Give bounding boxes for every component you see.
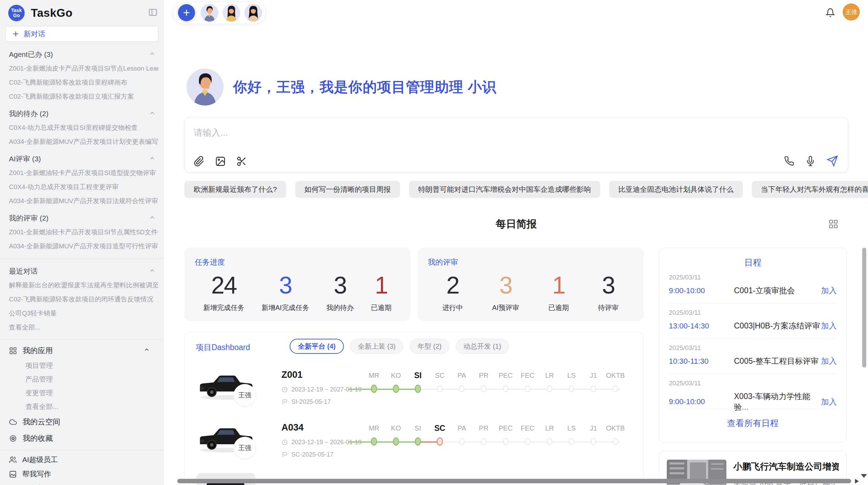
stat-label: 已逾期 — [548, 303, 569, 312]
app-item-project-mgmt[interactable]: 项目管理 — [5, 361, 158, 370]
milestone-label: KO — [391, 423, 401, 433]
sidebar-item[interactable]: A034-全新新能源MUV产品开发项目计划变更表编写 — [5, 137, 158, 146]
join-link[interactable]: 加入 — [821, 321, 837, 331]
user-avatar[interactable]: 王强 — [843, 3, 860, 21]
suggestion-chip[interactable]: 欧洲新规最近颁布了什么? — [184, 181, 286, 198]
sidebar-item[interactable]: A034-全新新能源MUV产品开发项目造型可行性评审 — [5, 242, 158, 251]
image-note-icon — [9, 470, 17, 478]
sidebar-item[interactable]: C02-飞腾新能源轻客改款项目里程碑画布 — [5, 78, 158, 87]
sidebar-item[interactable]: C0X4-动力总成开发项目工程变更评审 — [5, 183, 158, 191]
milestone-dot-pending — [481, 438, 486, 445]
join-link[interactable]: 加入 — [821, 356, 837, 366]
star-badge-icon — [9, 434, 17, 443]
suggestion-chip[interactable]: 如何写一份清晰的项目周报 — [295, 181, 400, 198]
milestone-dot-pending — [459, 385, 465, 392]
recent-chat-item[interactable]: 解释最新出台的欧盟报废车法规再生塑料比例被调至15%... — [5, 281, 158, 290]
event-time: 10:30-11:30 — [669, 357, 734, 366]
stat-value: 3 — [492, 271, 519, 300]
sidebar-item-favorites[interactable]: 我的收藏 — [5, 433, 158, 444]
milestone-label: LS — [567, 423, 576, 433]
notification-bell-icon[interactable] — [825, 8, 835, 19]
filter-new-body[interactable]: 全新上装 (3) — [350, 339, 403, 354]
join-link[interactable]: 加入 — [821, 397, 837, 407]
milestone-dot-pending — [591, 385, 596, 392]
horizontal-scrollbar[interactable] — [177, 479, 851, 483]
view-all-schedule-link[interactable]: 查看所有日程 — [659, 418, 846, 429]
event-date: 2025/03/11 — [669, 309, 837, 316]
project-row-z001[interactable]: 王强 Z001 2023-12-19 ~ 2027-01-19 SI-2025-… — [185, 365, 643, 417]
paperclip-icon[interactable] — [194, 156, 205, 167]
section-header-agent-done[interactable]: Agent已办 (3) — [5, 50, 158, 59]
logo-line2: Go — [13, 13, 20, 18]
apps-view-all[interactable]: 查看全部... — [5, 402, 158, 411]
sidebar-item[interactable]: C0X4-动力总成开发项目SI里程碑提交物检查 — [5, 123, 158, 132]
milestone-dot-pending — [547, 438, 552, 445]
agent-avatar-2[interactable] — [222, 4, 240, 22]
milestone-dot-pending — [525, 385, 530, 392]
sidebar-item[interactable]: Z001-全新燃油轻卡产品开发项目SI节点属性5D文件评审 — [5, 228, 158, 237]
event-date: 2025/03/11 — [669, 380, 837, 387]
milestone-dot-pending — [547, 385, 552, 392]
new-session-button[interactable] — [178, 4, 195, 21]
sidebar-item-creative-draw[interactable]: 创意制图 — [5, 483, 158, 485]
milestone-dot-done — [393, 385, 399, 393]
section-header-ai-review[interactable]: AI评审 (3) — [5, 154, 158, 163]
filter-year-model[interactable]: 年型 (2) — [410, 339, 449, 354]
new-chat-button[interactable]: 新对话 — [5, 26, 158, 42]
grid-icon — [9, 347, 17, 355]
stat-label: 进行中 — [443, 303, 463, 312]
scroll-down-arrow[interactable] — [861, 474, 867, 478]
scissors-icon[interactable] — [236, 156, 247, 167]
join-link[interactable]: 加入 — [821, 285, 837, 296]
sidebar-item-my-apps[interactable]: 我的应用 — [5, 345, 158, 356]
sidebar-item-cloud-space[interactable]: 我的云空间 — [5, 416, 158, 427]
milestone-label: KO — [391, 370, 401, 381]
clock-icon — [281, 439, 288, 446]
recent-chat-item[interactable]: C02-飞腾新能源轻客改款项目的闭环通告反馈情况 — [5, 295, 158, 304]
image-icon[interactable] — [215, 156, 226, 167]
phone-icon[interactable] — [784, 156, 794, 166]
section-header-my-review[interactable]: 我的评审 (2) — [5, 214, 158, 223]
stat-label: 待评审 — [598, 303, 618, 312]
send-icon[interactable] — [827, 155, 838, 167]
sidebar-item-help-write[interactable]: 帮我写作 — [5, 469, 158, 479]
microphone-icon[interactable] — [805, 156, 816, 166]
new-session-ring — [177, 3, 196, 23]
greeting-text: 你好，王强，我是你的项目管理助理 小识 — [233, 78, 496, 97]
section-header-my-todo[interactable]: 我的待办 (2) — [5, 109, 158, 118]
milestone-dot-pending — [481, 385, 486, 392]
sidebar-item[interactable]: A034-全新新能源MUV产品开发项目法规符合性评审 — [5, 197, 158, 206]
input-attachment-tools — [194, 156, 247, 167]
stat-value: 2 — [443, 271, 463, 300]
recent-view-all[interactable]: 查看全部... — [5, 323, 158, 332]
suggestion-chip[interactable]: 特朗普可能对进口汽车增税会对中国车企造成哪些影响 — [409, 181, 600, 198]
sidebar-collapse-icon[interactable] — [148, 8, 158, 18]
sidebar-item[interactable]: C02-飞腾新能源轻客改款项目立项汇报方案 — [5, 92, 158, 101]
sidebar-item[interactable]: Z001-全新燃油轻卡产品开发项目SI造型提交物评审 — [5, 169, 158, 177]
chat-input[interactable] — [194, 125, 708, 140]
divider — [0, 339, 164, 340]
milestone-label: FEC — [521, 423, 534, 433]
agent-avatar-3[interactable] — [244, 4, 262, 22]
scroll-right-arrow[interactable] — [855, 479, 859, 484]
layout-grid-icon[interactable] — [828, 219, 839, 231]
suggestion-chip[interactable]: 比亚迪全固态电池计划具体说了什么 — [609, 181, 743, 198]
project-row-a034[interactable]: 王强 A034 2023-12-19 ~ 2026-01-19 SC-2025-… — [185, 418, 643, 470]
section-header-recent-chats[interactable]: 最近对话 — [5, 267, 158, 276]
milestone-label: PA — [457, 423, 466, 433]
sidebar-item[interactable]: Z001-全新燃油皮卡产品开发项目SI节点Lesson Learn报告 — [5, 64, 158, 73]
filter-powertrain[interactable]: 动总开发 (1) — [456, 339, 509, 354]
sidebar-item-ai-staff[interactable]: AI超级员工 — [5, 455, 158, 465]
divider — [0, 450, 164, 450]
section-title: 我的待办 (2) — [9, 109, 49, 119]
stat-value: 1 — [548, 271, 569, 300]
suggestion-chip[interactable]: 当下年轻人对汽车外观有怎样的喜好趋势 — [752, 181, 868, 198]
agent-avatar-1[interactable] — [201, 4, 218, 22]
filter-new-platform[interactable]: 全新平台 (4) — [290, 339, 344, 354]
vertical-scrollbar[interactable] — [862, 248, 866, 368]
recent-chat-item[interactable]: 公司Q3轻卡销量 — [5, 309, 158, 318]
app-item-change-mgmt[interactable]: 变更管理 — [5, 388, 158, 397]
milestone-dot-pending — [591, 438, 596, 445]
milestone-label: FEC — [521, 370, 534, 381]
app-item-product-mgmt[interactable]: 产品管理 — [5, 375, 158, 384]
